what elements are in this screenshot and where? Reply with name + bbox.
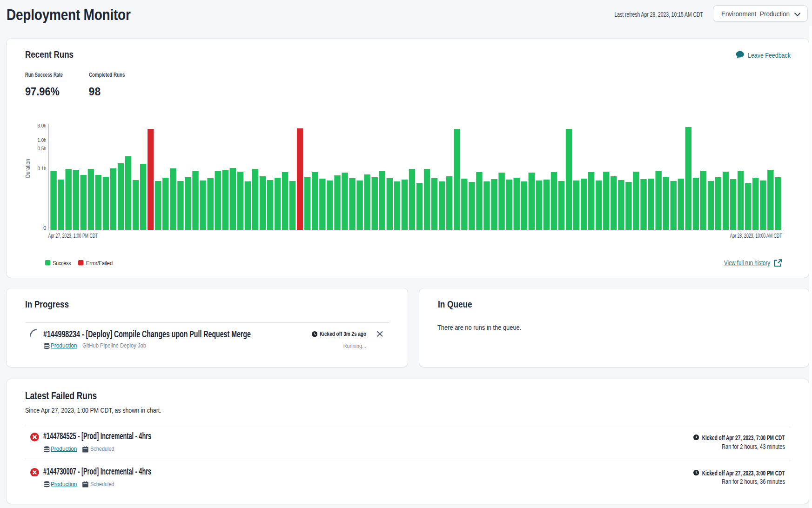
svg-text:Error/Failed: Error/Failed: [86, 260, 113, 267]
svg-text:Duration: Duration: [25, 159, 31, 178]
svg-text:0.1h: 0.1h: [38, 166, 47, 171]
svg-text:Apr 28, 2023, 10:00 AM CDT: Apr 28, 2023, 10:00 AM CDT: [730, 233, 782, 239]
svg-text:1.0h: 1.0h: [38, 137, 47, 143]
svg-text:0: 0: [43, 225, 47, 231]
svg-text:0.5h: 0.5h: [38, 146, 47, 151]
svg-text:Apr 27, 2023, 1:00 PM CDT: Apr 27, 2023, 1:00 PM CDT: [48, 233, 98, 239]
svg-text:Success: Success: [53, 260, 71, 267]
svg-text:3.0h: 3.0h: [38, 123, 47, 128]
